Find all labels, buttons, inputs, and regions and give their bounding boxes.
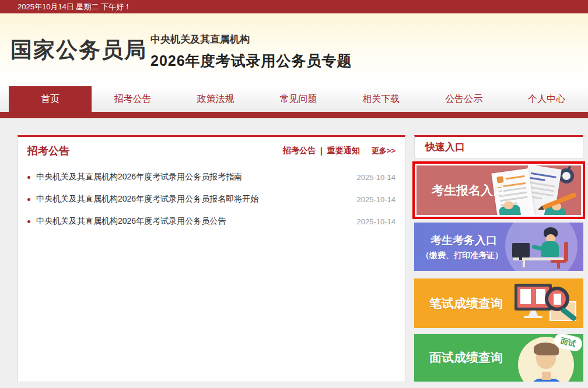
list-item[interactable]: 中央机关及其直属机构2026年度考试录用公务员公告 2025-10-14 — [27, 210, 396, 232]
registration-entry-label: 考生报名入口 — [432, 182, 505, 199]
interview-score-query-button[interactable]: 面试成绩查询 面试 — [414, 334, 583, 382]
announcements-panel-header: 招考公告 招考公告 | 重要通知 更多>> — [18, 137, 405, 165]
nav-tab-home[interactable]: 首页 — [9, 86, 92, 112]
site-header: 国家公务员局 中央机关及其直属机构 2026年度考试录用公务员专题 — [0, 13, 588, 86]
important-notices-tab-link[interactable]: 重要通知 — [327, 146, 360, 156]
announcement-date: 2025-10-14 — [357, 173, 396, 182]
bullet-icon — [27, 198, 30, 201]
quick-entry-title: 快速入口 — [425, 142, 465, 153]
computer-monitor-icon — [512, 243, 530, 258]
top-date-bar: 2025年10月14日 星期二 下午好！ — [0, 0, 588, 13]
announcements-title: 招考公告 — [27, 144, 69, 158]
header-subtitle-block: 中央机关及其直属机构 2026年度考试录用公务员专题 — [150, 33, 352, 70]
nav-tab-faq[interactable]: 常见问题 — [257, 86, 340, 112]
exam-affairs-label: 考生考务入口 — [430, 233, 503, 248]
announcement-date: 2025-10-14 — [357, 217, 396, 226]
announcements-list: 中央机关及其直属机构2026年度考试录用公务员报考指南 2025-10-14 中… — [18, 165, 405, 232]
nav-tab-downloads[interactable]: 相关下载 — [340, 86, 422, 112]
written-score-label: 笔试成绩查询 — [429, 295, 503, 312]
written-score-query-button[interactable]: 笔试成绩查询 — [414, 278, 583, 328]
list-item[interactable]: 中央机关及其直属机构2026年度考试录用公务员报考指南 2025-10-14 — [27, 166, 396, 188]
chair-icon — [564, 242, 568, 262]
interview-score-illustration: 面试 — [496, 334, 583, 382]
announcement-date: 2025-10-14 — [357, 195, 396, 204]
written-score-illustration — [496, 278, 583, 328]
bullet-icon — [27, 176, 30, 179]
bullet-icon — [27, 220, 30, 223]
main-nav: 首页 招考公告 政策法规 常见问题 相关下载 公告公示 个人中心 — [0, 86, 588, 112]
announcements-header-links: 招考公告 | 重要通知 更多>> — [283, 146, 396, 156]
site-logo-title: 国家公务员局 — [10, 36, 147, 65]
exam-topic-title: 2026年度考试录用公务员专题 — [150, 51, 352, 70]
avatar-neck — [542, 372, 551, 380]
nav-tab-public-notices[interactable]: 公告公示 — [422, 86, 505, 112]
nav-tab-announcements[interactable]: 招考公告 — [92, 86, 174, 112]
announcement-link[interactable]: 中央机关及其直属机构2026年度考试录用公务员报考指南 — [36, 172, 357, 182]
exam-affairs-sublabel: （缴费、打印准考证） — [421, 251, 503, 261]
date-greeting-text: 2025年10月14日 星期二 下午好！ — [18, 2, 131, 11]
speech-bubble: 面试 — [553, 334, 583, 352]
more-link[interactable]: 更多>> — [372, 146, 396, 156]
link-separator: | — [320, 146, 323, 156]
exam-affairs-illustration — [496, 223, 583, 271]
exam-affairs-entry-button[interactable]: 考生考务入口 （缴费、打印准考证） — [414, 223, 583, 271]
registration-entry-button[interactable]: 考生报名入口 — [416, 165, 581, 215]
exam-affairs-labels: 考生考务入口 （缴费、打印准考证） — [421, 233, 503, 261]
org-subtitle: 中央机关及其直属机构 — [150, 33, 352, 46]
interview-score-label: 面试成绩查询 — [429, 350, 503, 366]
registration-entry-highlight-box: 考生报名入口 — [412, 161, 585, 219]
announcement-link[interactable]: 中央机关及其直属机构2026年度考试录用公务员公告 — [36, 216, 357, 227]
announcement-link[interactable]: 中央机关及其直属机构2026年度考试录用公务员报名即将开始 — [36, 194, 357, 204]
magnifier-icon — [545, 287, 569, 311]
nav-bottom-strip — [0, 112, 588, 118]
quick-entry-header: 快速入口 — [414, 135, 583, 158]
nav-tab-personal-center[interactable]: 个人中心 — [505, 86, 588, 112]
list-item[interactable]: 中央机关及其直属机构2026年度考试录用公务员报名即将开始 2025-10-14 — [27, 188, 396, 210]
nav-tab-policies[interactable]: 政策法规 — [174, 86, 257, 112]
announcements-tab-link[interactable]: 招考公告 — [283, 146, 316, 156]
announcements-panel: 招考公告 招考公告 | 重要通知 更多>> 中央机关及其直属机构2026年度考试… — [18, 135, 405, 382]
